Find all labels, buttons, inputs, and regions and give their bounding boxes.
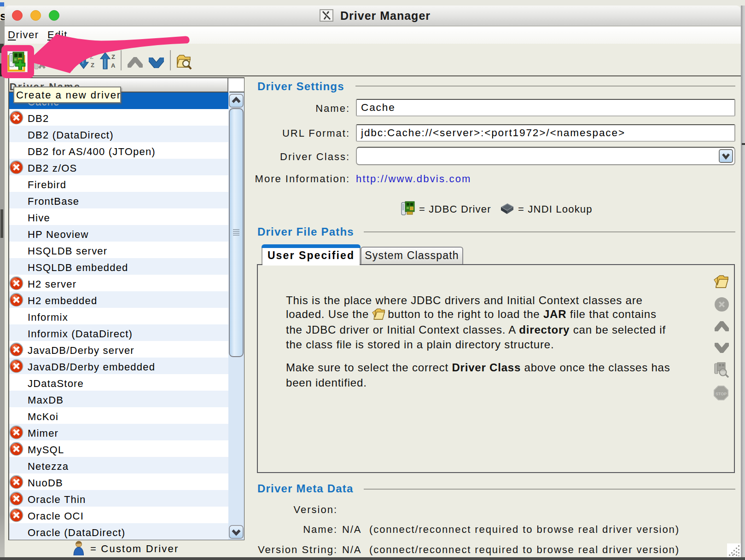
svg-text:STOP: STOP: [716, 392, 727, 396]
